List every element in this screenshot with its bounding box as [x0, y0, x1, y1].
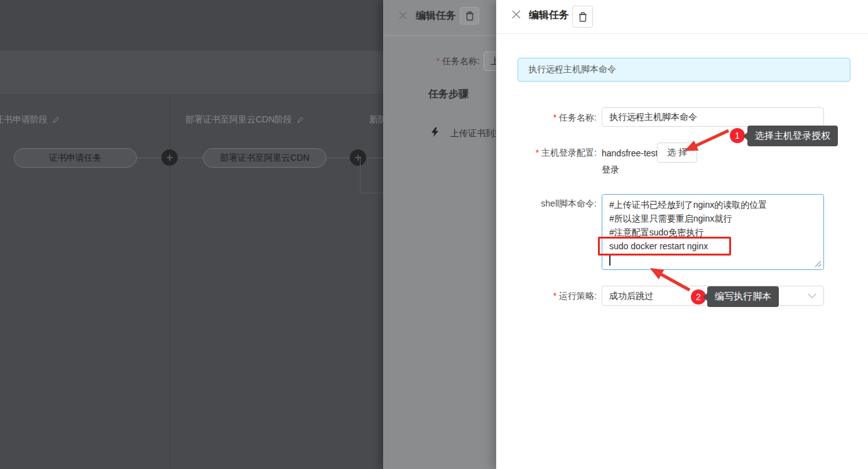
annotation-tooltip-1: 选择主机登录授权	[747, 126, 838, 146]
host-login-value-line1: handsfree-test	[602, 148, 658, 158]
shell-script-textarea[interactable]: #上传证书已经放到了nginx的读取的位置 #所以这里只需要重启nginx就行 …	[602, 194, 824, 270]
task-type-banner: 执行远程主机脚本命令	[518, 58, 850, 82]
stage-title-1: 证书申请阶段	[0, 114, 60, 126]
task-pill-cert-request[interactable]: 证书申请任务	[14, 148, 137, 168]
task-connector	[137, 158, 162, 158]
textarea-resize-handle[interactable]	[813, 259, 822, 268]
delete-task-button[interactable]	[572, 6, 593, 28]
select-host-button[interactable]: 选 择	[657, 143, 697, 163]
task-name-input[interactable]: 执行远程主机脚本命令	[602, 107, 824, 127]
edit-task-drawer: 编辑任务 执行远程主机脚本命令 *任务名称: 执行远程主机脚本命令 *主机登录配…	[496, 0, 868, 469]
stage3-card-edge	[360, 193, 383, 193]
required-mark: *	[437, 56, 440, 66]
task-pill-label: 证书申请任务	[49, 153, 102, 164]
task-connector	[177, 158, 203, 158]
stage-title-2-label: 部署证书至阿里云CDN阶段	[185, 114, 292, 126]
task-name-input[interactable]: 上	[484, 51, 496, 71]
lightning-icon	[431, 127, 438, 137]
shell-script-label: shell脚本命令:	[496, 197, 597, 210]
annotation-tooltip-2: 编写执行脚本	[707, 286, 779, 307]
stage-title-1-label: 证书申请阶段	[0, 114, 48, 126]
text-cursor	[609, 254, 610, 266]
task-steps-heading: 任务步骤	[428, 88, 469, 101]
host-login-label: *主机登录配置:	[496, 146, 597, 159]
task-step-item[interactable]: 上传证书到主机	[450, 128, 496, 139]
shell-line: #所以这里只需要重启nginx就行	[609, 212, 816, 225]
trash-icon	[465, 11, 475, 21]
shell-line: #上传证书已经放到了nginx的读取的位置	[609, 198, 816, 212]
delete-task-button[interactable]	[460, 7, 479, 24]
stage-title-2: 部署证书至阿里云CDN阶段	[185, 114, 304, 126]
task-name-label: *任务名称:	[383, 56, 480, 67]
run-policy-label: *运行策略:	[496, 289, 597, 302]
stage3-card-edge	[360, 158, 361, 193]
chevron-down-icon	[808, 293, 816, 299]
close-icon[interactable]	[512, 10, 521, 19]
required-mark: *	[553, 112, 556, 122]
edit-stage-icon[interactable]	[296, 116, 304, 124]
task-connector	[366, 158, 383, 158]
edit-stage-icon[interactable]	[52, 116, 60, 124]
required-mark: *	[553, 291, 556, 301]
task-connector	[326, 158, 350, 158]
annotation-highlight-box	[598, 237, 731, 256]
drawer-header-divider	[383, 35, 496, 36]
close-icon[interactable]	[399, 11, 407, 19]
required-mark: *	[536, 148, 539, 158]
edit-task-drawer-behind: 编辑任务 *任务名称: 上 任务步骤 上传证书到主机	[383, 0, 496, 469]
drawer-title: 编辑任务	[416, 9, 456, 23]
host-login-value-line2: 登录	[602, 164, 619, 176]
task-pill-label: 部署证书至阿里云CDN	[220, 153, 309, 164]
add-task-button[interactable]: +	[350, 149, 366, 166]
task-pill-deploy-cdn[interactable]: 部署证书至阿里云CDN	[203, 148, 327, 168]
add-task-button[interactable]: +	[161, 149, 178, 166]
drawer-title: 编辑任务	[529, 9, 569, 22]
task-type-banner-text: 执行远程主机脚本命令	[528, 64, 616, 75]
trash-icon	[578, 11, 588, 23]
drawer-header-divider	[496, 33, 868, 34]
task-name-label: *任务名称:	[496, 111, 597, 124]
